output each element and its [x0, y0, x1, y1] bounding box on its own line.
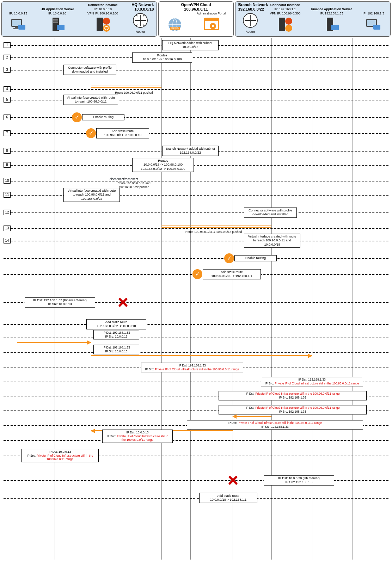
- step-13-label: Route 100.96.0.0/11 & 10.0.0.0/18 pushed: [183, 229, 244, 235]
- fin-ip: IP: 192.168.1.33: [320, 12, 343, 15]
- step-12-tag: Connector software with profile download…: [244, 208, 297, 218]
- sr-2-line: [4, 498, 388, 499]
- svg-point-25: [285, 25, 292, 32]
- svg-point-12: [103, 25, 110, 32]
- step-9-line: [4, 165, 388, 166]
- step-14-line: [4, 241, 388, 241]
- pkt-3-arrow: [91, 355, 312, 356]
- pkt-2-arrow: [17, 342, 91, 343]
- portal-gear-icon: [203, 16, 220, 33]
- step-1-tag: HQ Network added with subnet 10.0.0.0/18: [162, 40, 219, 50]
- step-5-tag: Virtual interface created with route to …: [63, 95, 118, 105]
- step-15-tag: Enable routing: [234, 255, 277, 261]
- server-icon: [323, 16, 341, 33]
- hq-conn-name: Connector Instance: [88, 3, 118, 7]
- svg-rect-23: [279, 18, 285, 31]
- step-7-check-icon: ✓: [86, 128, 96, 138]
- desktop-icon: [10, 16, 27, 33]
- step-2-line: [4, 57, 388, 58]
- pkt-7-arrow: [233, 416, 271, 417]
- pkt-8-tag: IP Dst: Private IP of Cloud Infrastructu…: [187, 420, 363, 430]
- pkt-9-tag: IP Dst: 10.0.0.13IP Src: Private IP of C…: [102, 430, 173, 443]
- ubuntu-vpn-icon: [276, 16, 294, 33]
- step-3-line: [4, 70, 388, 70]
- hq-router-node: Router: [131, 12, 149, 33]
- step-16-check-icon: ✓: [192, 269, 202, 279]
- step-7-tag: Add static route100.96.0.0/11 -> 10.0.0.…: [96, 128, 149, 138]
- hq-router-label: Router: [136, 30, 145, 33]
- step-13-num: 13: [4, 226, 11, 231]
- step-10-num: 10: [4, 178, 11, 184]
- step-11-line: [4, 195, 388, 196]
- branch-conn-name: Connector Instance: [270, 3, 300, 7]
- step-7-line: [4, 133, 388, 134]
- step-2-num: 2: [4, 55, 11, 60]
- svg-rect-6: [53, 19, 58, 20]
- step-4-num: 4: [4, 86, 11, 92]
- svg-rect-10: [97, 18, 103, 31]
- hq-client-ip: IP: 10.0.0.13: [9, 12, 27, 15]
- lifeline-portal: [190, 38, 191, 560]
- step-10-line: [4, 181, 388, 181]
- step-2-tag: Routes10.0.0.0/18 -> 100.96.0.100: [132, 53, 192, 63]
- branch-router-node: Router: [241, 12, 259, 33]
- step-13-conn-lines: [161, 226, 271, 228]
- step-8-num: 8: [4, 148, 11, 154]
- lifeline-hq-client: [17, 38, 17, 560]
- step-11-tag: Virtual interface created with route to …: [63, 188, 120, 202]
- step-15-line: [4, 258, 388, 259]
- step-6-num: 6: [4, 115, 11, 120]
- svg-point-21: [212, 25, 214, 27]
- sequence-body: 1 HQ Network added with subnet 10.0.0.0/…: [0, 38, 392, 560]
- cloud-globe-node: OPENVPN: [166, 16, 184, 33]
- globe-icon: OPENVPN: [166, 16, 184, 33]
- step-8-tag: Branch Network added with subnet 192.168…: [162, 146, 219, 156]
- svg-rect-4: [18, 25, 25, 30]
- svg-rect-27: [331, 25, 339, 30]
- svg-text:OPENVPN: OPENVPN: [171, 27, 179, 29]
- svg-rect-7: [53, 20, 58, 21]
- pkt-10-tag: IP Dst: 10.0.0.13IP Src: Private IP of C…: [21, 449, 99, 462]
- step-15-check-icon: ✓: [224, 253, 234, 263]
- hr-name: HR Application Server: [41, 7, 74, 11]
- sr-1-line: [4, 324, 388, 325]
- pkt-11-cross-icon: [227, 475, 238, 486]
- pkt-3-line: [4, 352, 388, 353]
- step-5-line: [4, 100, 388, 100]
- fin-name: Finance Application Server: [311, 7, 352, 11]
- step-3-num: 3: [4, 67, 11, 73]
- branch-connector-node: Connector Instance IP: 192.168.1.1 VPN I…: [270, 3, 300, 33]
- svg-rect-2: [15, 27, 18, 28]
- step-1-num: 1: [4, 42, 11, 48]
- hq-subnet: 10.0.0.0/18: [134, 7, 154, 11]
- pkt-2-tag: IP Dst: 192.168.1.33IP Src: 10.0.0.13: [93, 330, 139, 339]
- step-13-line: [4, 228, 388, 229]
- svg-rect-19: [204, 18, 219, 21]
- step-7-num: 7: [4, 130, 11, 136]
- portal-label: Administration Portal: [197, 12, 226, 15]
- desktop-icon: [365, 16, 382, 33]
- hq-title: HQ Network: [131, 2, 154, 7]
- sr-1-tag: Add static route192.168.0.0/22 -> 10.0.0…: [86, 319, 146, 329]
- pkt-5-tag: IP Dst: 192.168.1.33IP Src: Private IP o…: [261, 377, 363, 386]
- step-14-num: 14: [4, 238, 11, 243]
- svg-rect-8: [53, 22, 58, 23]
- pkt-3-tag: IP Dst: 192.168.1.33IP Src: 10.0.0.13: [93, 345, 139, 354]
- branch-conn-vpnip: VPN IP: 100.96.0.300: [270, 12, 300, 15]
- server-icon: [49, 16, 66, 33]
- step-12-line: [4, 212, 388, 213]
- cloud-subnet: 100.96.0.0/11: [184, 7, 208, 11]
- cloud-group: OpenVPN Cloud 100.96.0.0/11 OPENVPN Admi…: [158, 1, 233, 37]
- step-12-num: 12: [4, 210, 11, 215]
- svg-point-11: [103, 18, 110, 25]
- ubuntu-vpn-icon: [94, 16, 112, 33]
- hq-conn-ip: IP: 10.0.0.10: [94, 7, 112, 11]
- router-icon: [241, 12, 259, 29]
- hr-server-node: HR Application Server IP: 10.0.0.20: [41, 7, 74, 33]
- step-14-tag: Virtual interface created with route to …: [244, 234, 300, 248]
- branch-conn-ip: IP: 192.168.1.1: [274, 7, 296, 11]
- branch-router-label: Router: [245, 30, 255, 33]
- admin-portal-node: Administration Portal: [197, 12, 226, 33]
- pkt-4-tag: IP Dst: 192.168.1.33IP Src: Private IP o…: [141, 363, 243, 372]
- step-9-tag: Routes10.0.0.0/18 -> 100.96.0.100192.168…: [132, 158, 194, 172]
